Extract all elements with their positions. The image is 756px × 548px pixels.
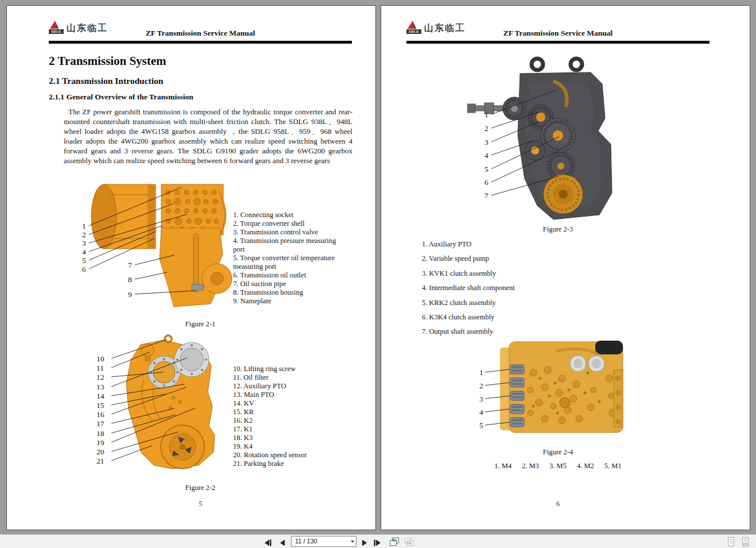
section-heading: 2.1 Transmission Introduction: [49, 76, 163, 86]
single-page-view-icon: [726, 537, 735, 546]
legend-item: 13. Main PTO: [233, 391, 336, 399]
legend-item: 11. Oil filter: [233, 373, 336, 382]
next-page-button[interactable]: [361, 538, 368, 548]
figure-2-1: 1 2 3 4 5 6 7 8 9: [75, 168, 234, 317]
legend-item: 12. Auxiliary PTO: [233, 382, 336, 391]
legend-item: 6. Transmission oil outlet: [233, 271, 347, 280]
callout-number: 2: [82, 230, 86, 239]
valve-label: 3. M5: [549, 462, 567, 470]
list-item: 6. K3K4 clutch assembly: [422, 310, 515, 325]
figure-2-1-legend: 1. Connecting socket 2. Torque converter…: [233, 211, 347, 306]
figure-2-4-caption: Figure 2-4: [406, 448, 710, 457]
chapter-heading: 2 Transmission System: [49, 54, 166, 68]
figure-2-3-caption: Figure 2-3: [406, 225, 710, 234]
manual-title: ZF Transmission Service Manual: [406, 29, 710, 38]
valve-label: 5. M1: [604, 462, 622, 470]
callout-number: 2: [484, 124, 489, 133]
legend-item: 15. KR: [233, 408, 336, 416]
page-number: 5: [49, 500, 352, 507]
list-item: 5. KRK2 clutch assembly: [422, 296, 515, 310]
previous-view-icon: [389, 537, 400, 546]
callout-number: 20: [96, 447, 104, 456]
legend-item: 7. Oil suction pipe: [233, 280, 347, 288]
figure-2-2: 10 11 12 13 14 15 16 17 18 19 20 21: [86, 334, 230, 478]
callout-number: 13: [96, 383, 104, 391]
callout-number: 3: [479, 395, 483, 403]
list-item: 1. Auxiliary PTO: [422, 237, 515, 252]
callout-number: 11: [96, 364, 104, 372]
callout-number: 4: [484, 151, 489, 160]
callout-number: 1: [479, 368, 483, 377]
list-item: 2. Variable speed pump: [422, 252, 515, 266]
document-canvas: SDLG 山东临工 ZF Transmission Service Manual…: [0, 0, 756, 534]
callout-number: 17: [96, 419, 104, 428]
callout-number: 9: [128, 290, 132, 299]
legend-item: 1. Connecting socket: [233, 211, 347, 219]
callout-number: 2: [479, 381, 483, 390]
legend-item: 18. K3: [233, 434, 336, 442]
list-item: 3. KVK1 clutch assembly: [422, 267, 515, 281]
legend-item: 17. K1: [233, 425, 336, 434]
first-page-icon: [263, 539, 272, 546]
callout-number: 10: [96, 354, 104, 363]
next-view-button[interactable]: [404, 537, 415, 548]
dropdown-arrow-icon[interactable]: [351, 541, 354, 543]
callout-number: 8: [128, 275, 132, 284]
callout-number: 3: [82, 239, 86, 248]
legend-item: 9. Nameplate: [233, 297, 347, 306]
legend-item: 10. Lifting ring screw: [233, 365, 336, 373]
callout-number: 6: [484, 178, 489, 187]
previous-page-button[interactable]: [279, 538, 286, 548]
legend-item: 16. K2: [233, 416, 336, 425]
page-indicator-combo[interactable]: 11 / 130: [291, 536, 356, 547]
page-right: SDLG 山东临工 ZF Transmission Service Manual: [381, 5, 750, 530]
callout-number: 12: [96, 373, 104, 381]
callout-number: 14: [96, 392, 104, 400]
continuous-view-button[interactable]: [741, 537, 750, 548]
figure-2-2-caption: Figure 2-2: [49, 484, 352, 492]
single-page-view-button[interactable]: [726, 537, 735, 548]
figure-2-3-image: 1 2 3 4 5 6 7: [467, 49, 634, 225]
callout-number: 4: [82, 248, 86, 256]
legend-item: 5. Torque converter oil temperature meas…: [233, 254, 347, 271]
callout-number: 7: [484, 191, 489, 200]
callout-number: 21: [96, 457, 104, 465]
callout-number: 18: [96, 429, 104, 438]
previous-page-icon: [279, 539, 286, 546]
valve-label: 2. M3: [522, 462, 539, 470]
header-rule: [49, 41, 352, 44]
callout-number: 15: [96, 401, 104, 410]
figure-2-4: 1 2 3 4 5: [476, 338, 625, 439]
callout-number: 4: [479, 408, 483, 416]
callout-number: 1: [82, 222, 86, 230]
callout-number: 1: [484, 110, 489, 119]
legend-item: 19. K4: [233, 442, 336, 451]
list-item: 7. Output shaft assembly: [422, 325, 515, 339]
valve-label: 4. M2: [577, 462, 594, 470]
next-page-icon: [361, 539, 368, 546]
callout-number: 19: [96, 438, 104, 447]
valve-label: 1. M4: [494, 462, 511, 470]
figure-2-4-labels: 1. M4 2. M3 3. M5 4. M2 5. M1: [406, 462, 710, 470]
figure-2-1-image: 1 2 3 4 5 6 7 8 9: [75, 168, 234, 317]
page-left: SDLG 山东临工 ZF Transmission Service Manual…: [6, 5, 376, 530]
page-indicator-value: 11 / 130: [295, 537, 317, 546]
last-page-button[interactable]: [373, 538, 382, 548]
first-page-button[interactable]: [263, 538, 272, 548]
callout-number: 5: [82, 256, 86, 265]
figure-2-2-image: 10 11 12 13 14 15 16 17 18 19 20 21: [86, 334, 230, 478]
figure-2-1-caption: Figure 2-1: [49, 320, 352, 329]
legend-item: 20. Rotation speed sensor: [233, 451, 336, 460]
manual-title: ZF Transmission Service Manual: [49, 29, 352, 38]
figure-2-3: 1 2 3 4 5 6 7: [467, 49, 634, 225]
page-number: 6: [406, 500, 710, 507]
legend-item: 21. Parking brake: [233, 460, 336, 468]
callout-number: 6: [82, 265, 86, 273]
previous-view-button[interactable]: [389, 537, 400, 548]
next-view-icon: [404, 537, 415, 546]
header-rule: [406, 41, 710, 44]
legend-item: 14. KV: [233, 399, 336, 408]
legend-item: 3. Transmission control valve: [233, 228, 347, 237]
legend-item: 2. Torque converter shell: [233, 219, 347, 228]
callout-number: 16: [96, 410, 104, 419]
